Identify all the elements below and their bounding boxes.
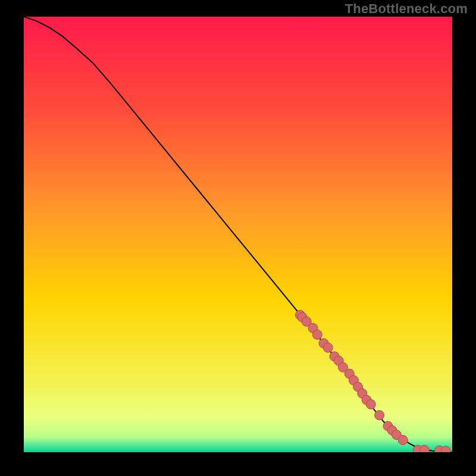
chart-container: { "watermark": "TheBottleneck.com", "col… (0, 0, 476, 476)
scatter-marker (366, 400, 375, 409)
scatter-marker (398, 436, 408, 445)
plot-area (24, 17, 452, 452)
gradient-background (24, 17, 452, 452)
scatter-marker (323, 343, 333, 352)
chart-svg (24, 17, 452, 452)
scatter-marker (419, 445, 429, 452)
scatter-marker (375, 411, 384, 420)
watermark-text: TheBottleneck.com (345, 1, 468, 17)
scatter-marker (312, 330, 322, 339)
